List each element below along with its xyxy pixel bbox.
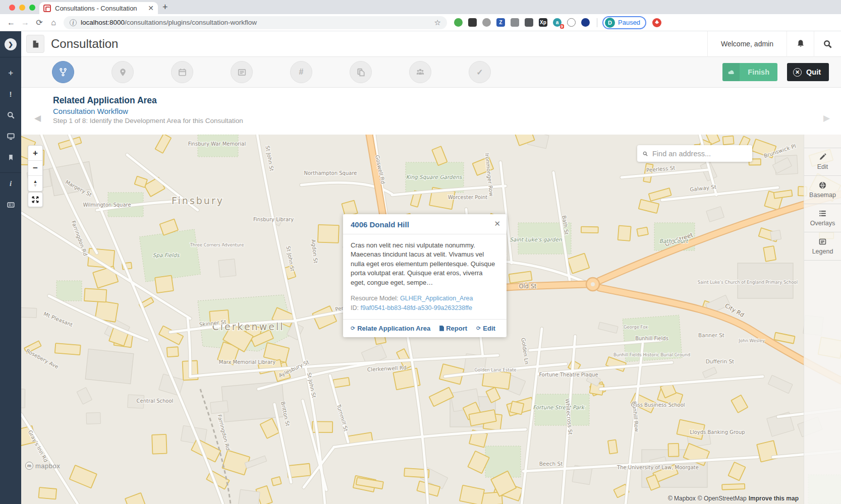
map-label: Fortune Street Park <box>533 404 585 410</box>
next-step-arrow[interactable]: ▶ <box>823 113 830 123</box>
divider <box>597 18 597 27</box>
map-overlays-button[interactable]: Overlays <box>804 204 841 232</box>
sidebar-notifs-icon[interactable]: ! <box>0 83 21 104</box>
extension-icon[interactable]: a9 <box>553 18 562 27</box>
bookmark-star-icon[interactable]: ☆ <box>434 18 441 27</box>
improve-map-link[interactable]: Improve this map <box>749 495 799 502</box>
step-contacts[interactable] <box>409 61 431 83</box>
report-icon <box>439 326 444 331</box>
browser-toolbar: ← → ⟳ ⌂ i localhost:8000/consultations/p… <box>0 14 841 31</box>
map-label: Saint Luke's garden <box>510 236 562 243</box>
header-search-button[interactable] <box>814 31 841 57</box>
monitor-icon <box>7 133 15 140</box>
map-label: Cass Business School <box>631 402 685 408</box>
reload-button[interactable]: ⟳ <box>32 18 46 27</box>
mapbox-logo[interactable]: m mapbox <box>25 462 60 470</box>
fullscreen-button[interactable] <box>28 192 43 207</box>
sidebar-news-icon[interactable] <box>0 194 21 215</box>
step-dates[interactable] <box>171 61 193 83</box>
extension-icon[interactable] <box>525 18 533 27</box>
browser-profile-button[interactable]: D Paused <box>602 16 646 29</box>
app-window: ❯ ＋ ! i Consultation Welcome, admin <box>0 31 841 504</box>
mapbox-logo-icon: m <box>25 462 33 470</box>
step-reference-numbers[interactable]: # <box>290 61 312 83</box>
popup-id-row: ID: f9af0541-bb83-48fd-a530-99a263238ffe <box>351 303 499 313</box>
list-icon <box>819 210 826 217</box>
page-icon <box>26 35 44 53</box>
expand-icon <box>31 196 39 204</box>
extension-icon[interactable] <box>482 18 491 27</box>
resource-id-link[interactable]: f9af0541-bb83-48fd-a530-99a263238ffe <box>360 304 472 311</box>
map-edit-button[interactable]: Edit <box>804 148 841 176</box>
browser-tab[interactable]: Consultations - Consultation ✕ <box>39 2 158 14</box>
mac-close-button[interactable] <box>9 5 15 11</box>
relate-icon: ⟳ <box>351 325 355 332</box>
mac-minimize-button[interactable] <box>19 5 25 11</box>
sidebar-bookmark-icon[interactable] <box>0 147 21 168</box>
step-related-application-area[interactable] <box>52 61 74 83</box>
relate-application-area-link[interactable]: ⟳Relate Application Area <box>351 325 430 332</box>
step-details[interactable] <box>231 61 253 83</box>
pencil-icon <box>819 153 826 161</box>
quit-button[interactable]: ✕ Quit <box>787 63 829 81</box>
new-tab-button[interactable]: + <box>162 2 168 13</box>
mapbox-attribution-link[interactable]: © Mapbox <box>668 495 696 502</box>
newspaper-icon <box>7 201 15 209</box>
map-legend-button[interactable]: Legend <box>804 232 841 261</box>
map-label: Wilmington Square <box>83 202 131 208</box>
south-arrow-icon: ▼ <box>33 183 38 187</box>
xp-extension-icon[interactable]: Xp <box>539 18 547 27</box>
evernote-extension-icon[interactable] <box>454 18 463 27</box>
extension-icon[interactable] <box>511 18 519 27</box>
back-button[interactable]: ← <box>4 18 18 27</box>
mac-zoom-button[interactable] <box>29 5 35 11</box>
globe-extension-icon[interactable] <box>581 18 590 27</box>
popup-close-icon[interactable]: ✕ <box>494 219 500 228</box>
map-basemap-button[interactable]: Basemap <box>804 176 841 204</box>
zoom-in-button[interactable]: + <box>28 146 42 161</box>
arches-favicon <box>43 5 51 12</box>
step-map[interactable] <box>111 61 134 83</box>
extension-icon[interactable] <box>567 18 576 27</box>
sidebar-expand-button[interactable]: ❯ <box>0 31 21 57</box>
sidebar-search-icon[interactable] <box>0 104 21 125</box>
sidebar-info-icon[interactable]: i <box>0 173 21 194</box>
check-icon: ✓ <box>476 68 483 77</box>
osm-attribution-link[interactable]: © OpenStreetMap <box>698 495 747 502</box>
compass-button[interactable]: ▲▼ <box>28 176 42 191</box>
resource-model-link[interactable]: GLHER_Application_Area <box>400 295 473 302</box>
zoom-out-button[interactable]: − <box>28 161 42 176</box>
site-info-icon[interactable]: i <box>70 19 77 26</box>
map-label: King Square Gardens <box>406 174 463 180</box>
calendar-icon <box>178 68 187 77</box>
avatar: D <box>605 18 615 28</box>
forward-button[interactable]: → <box>18 18 32 27</box>
edit-icon: ⟳ <box>476 325 481 332</box>
map-label: Beech St <box>539 461 563 467</box>
finish-button[interactable]: Finish <box>722 63 777 81</box>
zotero-extension-icon[interactable]: Z <box>496 18 505 27</box>
search-icon <box>823 40 832 48</box>
url-bar[interactable]: i localhost:8000/consultations/plugins/c… <box>64 16 447 29</box>
map-canvas[interactable]: Finsbury War MemorialNorthampton SquareK… <box>21 135 841 504</box>
home-button[interactable]: ⌂ <box>46 18 61 27</box>
address-search-input[interactable] <box>652 150 747 158</box>
report-link[interactable]: Report <box>439 325 467 332</box>
sidebar-add-icon[interactable]: ＋ <box>0 62 21 83</box>
browser-menu-icon[interactable] <box>652 18 661 27</box>
notifications-button[interactable] <box>787 31 814 57</box>
step-complete[interactable]: ✓ <box>469 61 491 83</box>
previous-step-arrow[interactable]: ◀ <box>34 113 41 123</box>
sidebar-screen-icon[interactable] <box>0 125 21 147</box>
edit-link[interactable]: ⟳Edit <box>476 325 495 332</box>
quit-label: Quit <box>806 68 821 76</box>
step-documents[interactable] <box>350 61 372 83</box>
map-label: Finsbury Library <box>253 217 294 222</box>
extension-icon[interactable] <box>468 18 477 27</box>
popup-description: Cras non velit nec nisi vulputate nonumm… <box>351 241 499 287</box>
map-label: Bath Court <box>659 238 689 244</box>
copy-icon <box>357 68 365 77</box>
tab-close-icon[interactable]: ✕ <box>148 4 154 12</box>
map-attribution: © Mapbox© OpenStreetMapImprove this map <box>666 495 799 502</box>
map-overlays-label: Overlays <box>810 220 835 227</box>
